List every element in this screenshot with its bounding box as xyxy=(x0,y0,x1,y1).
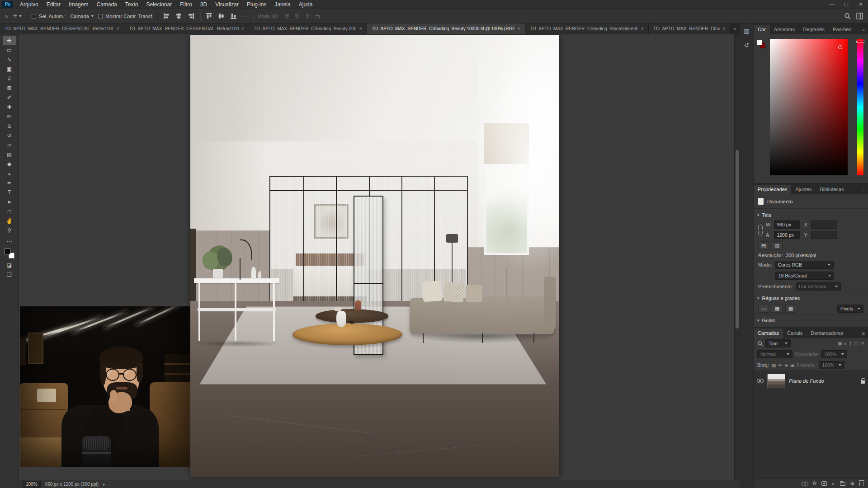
tool-healing-brush[interactable]: ✚ xyxy=(3,102,16,112)
lock-pixels[interactable]: ✏ xyxy=(778,363,782,368)
panel-collapse-icon[interactable]: « xyxy=(859,27,868,34)
panel-tab[interactable]: Padrões xyxy=(829,25,855,34)
maximize-button[interactable]: ▢ xyxy=(839,0,854,9)
guides-section-header[interactable]: ▾ Guias xyxy=(754,314,868,325)
menu-item[interactable]: 3D xyxy=(196,0,211,9)
tool-preset-button[interactable]: ✛ xyxy=(12,12,23,20)
menu-item[interactable]: Ajuda xyxy=(295,0,317,9)
menu-item[interactable]: Selecionar xyxy=(142,0,176,9)
document-tab[interactable]: TO_APTO_MAX_RENDER_CESSENTIAL_Reflect100… xyxy=(0,23,124,34)
document-tab[interactable]: TO_APTO_MAX_RENDER_CInxma xyxy=(649,23,731,34)
new-group-icon[interactable] xyxy=(840,482,845,486)
lock-artboard[interactable]: ⊞ xyxy=(790,363,794,368)
color-picker-marker[interactable] xyxy=(838,45,842,49)
menu-item[interactable]: Visualizar xyxy=(211,0,243,9)
vertical-scrollbar[interactable] xyxy=(734,34,740,480)
close-button[interactable]: ✕ xyxy=(854,0,868,9)
canvas-area[interactable] xyxy=(19,34,740,480)
minimize-button[interactable]: — xyxy=(825,0,839,9)
search-icon[interactable] xyxy=(757,341,763,347)
tab-close-icon[interactable] xyxy=(722,27,726,31)
tool-frame[interactable]: ⊠ xyxy=(3,83,16,93)
tool-lasso[interactable]: ∿ xyxy=(3,55,16,64)
align-top-button[interactable] xyxy=(204,12,214,20)
color-mode-select[interactable]: Cores RGB xyxy=(775,261,834,269)
tool-crop[interactable]: # xyxy=(3,74,16,83)
tool-object-selection[interactable]: ▣ xyxy=(3,64,16,74)
search-icon[interactable] xyxy=(843,12,852,20)
add-mask-icon[interactable] xyxy=(821,481,827,486)
home-icon[interactable]: ⌂ xyxy=(4,13,9,19)
auto-select-checkbox[interactable] xyxy=(32,14,36,19)
layer-thumbnail[interactable] xyxy=(767,374,785,388)
tool-marquee[interactable]: ▭ xyxy=(3,45,16,55)
panel-tab[interactable]: Cor xyxy=(754,25,770,34)
panel-tab[interactable]: Amostras xyxy=(770,25,799,34)
history-panel-icon[interactable]: ↺ xyxy=(742,41,751,50)
bit-depth-select[interactable]: 16 Bits/Canal xyxy=(775,272,834,280)
tool-type[interactable]: T xyxy=(3,188,16,197)
panel-menu-icon[interactable]: ≡ xyxy=(859,331,868,338)
y-field[interactable] xyxy=(811,231,837,239)
fill-opacity-select[interactable]: 100% xyxy=(819,361,844,369)
units-select[interactable]: Pixels xyxy=(837,305,863,313)
tool-eyedropper[interactable]: ✐ xyxy=(3,93,16,102)
layer-visibility-eye-icon[interactable] xyxy=(757,379,764,383)
distribute-more-button[interactable]: ⋯ xyxy=(241,12,249,20)
menu-item[interactable]: Camada xyxy=(92,0,121,9)
align-bottom-button[interactable] xyxy=(229,12,238,20)
edit-toolbar-icon[interactable]: ⋯ xyxy=(7,238,12,244)
width-field[interactable] xyxy=(774,221,800,229)
foreground-color-swatch[interactable] xyxy=(5,249,10,254)
layer-style-icon[interactable]: fx xyxy=(813,481,816,486)
tool-dodge[interactable]: ◒ xyxy=(3,169,16,178)
link-layers-icon[interactable] xyxy=(802,482,808,485)
orientation-landscape-button[interactable]: ▤ xyxy=(758,241,769,250)
menu-item[interactable]: Editar xyxy=(42,0,65,9)
filter-icon-smart-object-filter[interactable]: ⊡ xyxy=(860,341,864,347)
height-field[interactable] xyxy=(774,231,800,239)
align-left-button[interactable] xyxy=(162,12,171,20)
orientation-portrait-button[interactable]: ▥ xyxy=(772,241,783,250)
tool-eraser[interactable]: ▱ xyxy=(3,140,16,150)
tool-brush[interactable]: ✏ xyxy=(3,112,16,121)
zoom-level-field[interactable]: 100% xyxy=(23,481,41,488)
status-chevron-icon[interactable]: ▸ xyxy=(103,482,105,487)
tool-blur[interactable]: ◆ xyxy=(3,159,16,169)
fill-select[interactable]: Cor do fundo xyxy=(796,282,841,291)
menu-item[interactable]: Plug-ins xyxy=(243,0,270,9)
menu-item[interactable]: Arquivo xyxy=(16,0,42,9)
tab-close-icon[interactable] xyxy=(359,27,362,31)
canvas-section-header[interactable]: ▾ Tela xyxy=(754,209,868,220)
panel-tab[interactable]: Camadas xyxy=(754,328,783,338)
panel-tab[interactable]: Propriedades xyxy=(754,185,791,194)
blend-mode-select[interactable]: Normal xyxy=(757,350,793,358)
hue-slider[interactable] xyxy=(857,39,863,175)
lock-position[interactable]: ✛ xyxy=(784,363,788,368)
tab-overflow-icon[interactable]: » xyxy=(731,23,740,34)
x-field[interactable] xyxy=(811,221,837,229)
mini-foreground-swatch[interactable] xyxy=(757,40,762,45)
adjustment-layer-icon[interactable]: ◐ xyxy=(832,481,835,486)
panel-tab[interactable]: Bibliotecas xyxy=(816,185,848,194)
color-swatches[interactable] xyxy=(4,248,15,259)
scrollbar-thumb[interactable] xyxy=(736,150,739,328)
document-tab[interactable]: TO_APTO_MAX_RENDER_CShading_BloomGlare00… xyxy=(525,23,649,34)
panel-tab[interactable]: Canais xyxy=(783,328,807,338)
panel-tab[interactable]: Demarcadores xyxy=(807,328,847,338)
tab-close-icon[interactable] xyxy=(641,27,644,31)
menu-item[interactable]: Filtro xyxy=(176,0,196,9)
tab-close-icon[interactable] xyxy=(241,27,245,31)
tab-close-icon[interactable] xyxy=(517,27,520,31)
tool-pen[interactable]: ✒ xyxy=(3,178,16,188)
panel-tab[interactable]: Ajustes xyxy=(791,185,816,194)
tool-move[interactable]: ✛ xyxy=(3,36,16,45)
align-hcenter-button[interactable] xyxy=(174,12,184,20)
panel-menu-icon[interactable]: ≡ xyxy=(859,187,868,194)
ruler-toggle-button[interactable]: ▭ xyxy=(758,304,769,313)
link-dimensions-icon[interactable] xyxy=(758,225,763,235)
document-tab[interactable]: TO_APTO_MAX_RENDER_CShading_Beauty 00000… xyxy=(249,23,367,34)
menu-item[interactable]: Imagem xyxy=(65,0,92,9)
tool-history-brush[interactable]: ↺ xyxy=(3,131,16,140)
workspace-icon[interactable] xyxy=(855,12,864,20)
